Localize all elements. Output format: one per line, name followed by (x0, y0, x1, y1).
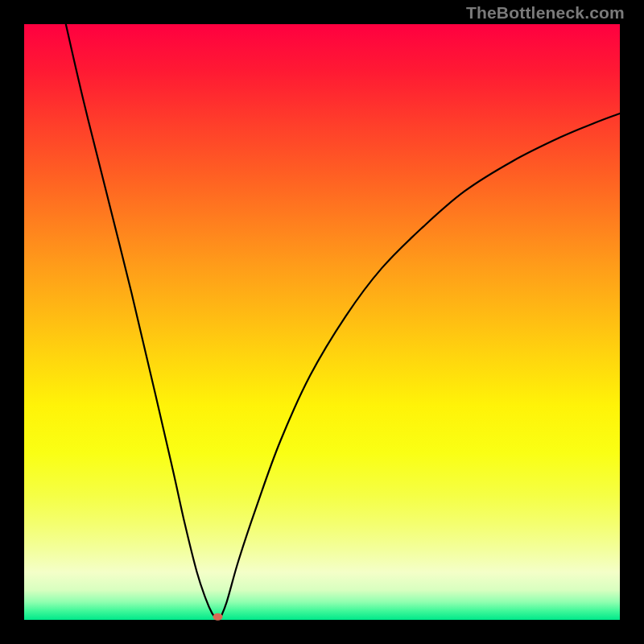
watermark-text: TheBottleneck.com (466, 3, 625, 23)
bottleneck-curve-right (220, 114, 620, 620)
optimal-marker (213, 613, 223, 621)
bottleneck-curve-left (66, 24, 220, 620)
chart-frame: TheBottleneck.com (0, 0, 644, 644)
curve-layer (24, 24, 620, 620)
